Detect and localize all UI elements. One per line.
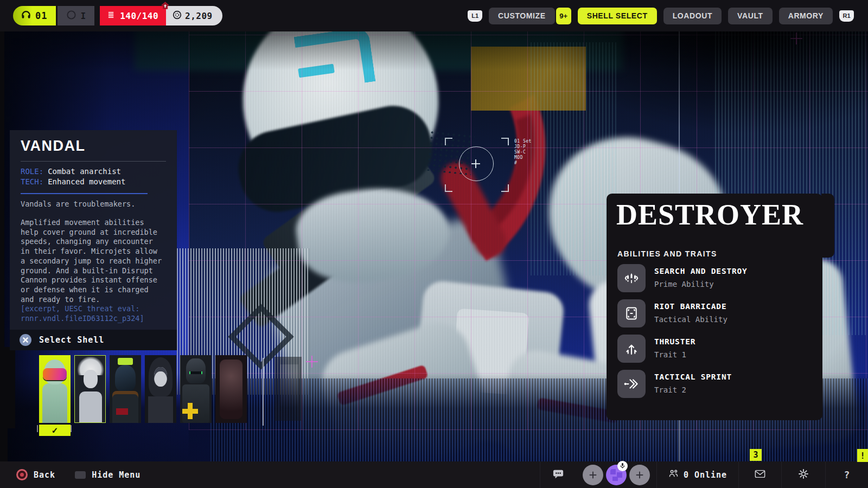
ability-row-trait2[interactable]: TACTICAL SPRINT Trait 2	[617, 370, 813, 398]
shell-portrait[interactable]	[215, 355, 247, 423]
people-icon	[668, 469, 679, 480]
shell-thumb[interactable]	[180, 355, 212, 423]
abilities-panel: DESTROYER ABILITIES AND TRAITS SEARCH AN…	[607, 194, 822, 420]
abilities-section-title: ABILITIES AND TRAITS	[617, 249, 717, 258]
online-status[interactable]: 0 Online	[657, 461, 738, 488]
status-badges: 01 I 140/140 2,209	[13, 6, 222, 25]
chat-icon	[552, 468, 564, 481]
shell-portrait[interactable]	[275, 357, 302, 421]
ability-row-tactical[interactable]: RIOT BARRICADE Tactical Ability	[617, 299, 813, 328]
circle-icon	[66, 10, 76, 22]
mail-icon	[755, 470, 765, 480]
frame-corner	[0, 423, 8, 464]
bottom-bar: Back Hide Menu	[0, 461, 868, 488]
shell-thumb-hovered[interactable]	[74, 355, 106, 423]
r1-shoulder-button-icon: R1	[839, 10, 854, 22]
chat-button[interactable]	[540, 461, 576, 488]
shell-portrait[interactable]	[74, 355, 106, 423]
frame-corner	[0, 347, 15, 428]
shelter-icon	[161, 1, 170, 12]
alert-badge[interactable]: !	[857, 449, 868, 462]
player-number: 01	[35, 10, 47, 21]
shell-tagline: Vandals are troublemakers.	[21, 200, 135, 208]
currency-value: 2,209	[185, 11, 213, 21]
shell-thumb-selected[interactable]: ✓	[39, 355, 71, 436]
customize-tab-group: CUSTOMIZE 9+	[489, 8, 571, 24]
customize-count-badge: 9+	[556, 8, 571, 24]
role-value: Combat anarchist	[48, 167, 121, 176]
shell-tech: TECH:Enhanced movement	[21, 177, 125, 186]
mail-button[interactable]: 3	[739, 461, 781, 488]
shell-name: VANDAL	[21, 138, 86, 155]
shell-thumbnail-row: ✓	[39, 355, 310, 436]
search-and-destroy-icon	[617, 264, 646, 292]
thumb-tick	[37, 425, 38, 432]
touchpad-icon	[75, 471, 86, 479]
ability-row-trait1[interactable]: THRUSTER Trait 1	[617, 335, 813, 363]
selected-check-icon: ✓	[39, 425, 71, 436]
thruster-icon	[617, 335, 646, 363]
tab-shell-select[interactable]: SHELL SELECT	[578, 8, 657, 24]
shell-description: Amplified movement abilities help cover …	[21, 218, 163, 304]
currency-badge: 2,209	[166, 6, 222, 25]
add-party-member-button[interactable]	[629, 465, 650, 485]
thumb-tick	[71, 425, 72, 432]
coin-icon	[173, 10, 182, 22]
tab-loadout[interactable]: LOADOUT	[663, 8, 722, 24]
shell-thumb[interactable]	[145, 355, 176, 423]
settings-button[interactable]	[782, 461, 825, 488]
shell-portrait[interactable]	[110, 355, 141, 423]
slot-number: I	[80, 11, 86, 21]
thumbnail-divider	[263, 358, 264, 426]
hide-menu-toggle[interactable]: Hide Menu	[75, 470, 141, 480]
player-badge: 01	[13, 6, 56, 25]
mic-icon	[617, 461, 628, 471]
mail-count-badge: 3	[750, 449, 762, 461]
help-icon: ?	[844, 469, 850, 480]
gear-icon	[798, 468, 809, 481]
shell-select-screen: 01 I 140/140 2,209	[0, 0, 868, 488]
tab-vault[interactable]: VAULT	[728, 8, 773, 24]
online-count: 0 Online	[684, 470, 727, 480]
main-menu: L1 CUSTOMIZE 9+ SHELL SELECT LOADOUT VAU…	[468, 8, 854, 24]
shell-portrait[interactable]	[145, 355, 176, 423]
shell-portrait[interactable]	[180, 355, 212, 423]
circle-button-icon	[16, 469, 28, 480]
shell-thumb[interactable]	[110, 355, 141, 423]
tab-customize[interactable]: CUSTOMIZE	[489, 8, 555, 24]
shell-role: ROLE:Combat anarchist	[21, 167, 121, 176]
select-shell-label: Select Shell	[39, 335, 104, 345]
role-label: ROLE:	[21, 167, 43, 176]
capacity-badge: 140/140	[100, 6, 166, 25]
tech-value: Enhanced movement	[48, 177, 125, 186]
abilities-panel-tab	[821, 194, 834, 258]
headset-icon	[21, 9, 31, 22]
l1-shoulder-button-icon: L1	[468, 10, 482, 22]
divider-accent	[21, 193, 148, 194]
player-avatar[interactable]	[606, 465, 627, 485]
add-party-member-button[interactable]	[583, 465, 603, 485]
tactical-sprint-icon	[617, 370, 646, 398]
shell-thumb-locked[interactable]	[275, 357, 306, 421]
back-button[interactable]: Back	[16, 469, 55, 480]
cross-button-icon	[20, 334, 31, 346]
shell-excerpt: [excerpt, UESC threat eval: rnnr.vndl.fi…	[21, 304, 163, 323]
back-label: Back	[34, 470, 55, 480]
shell-portrait[interactable]	[39, 355, 71, 423]
riot-barricade-icon	[617, 299, 646, 328]
help-button[interactable]: ?	[826, 461, 868, 488]
shell-info-panel: VANDAL ROLE:Combat anarchist TECH:Enhanc…	[10, 130, 177, 350]
tab-armory[interactable]: ARMORY	[779, 8, 833, 24]
divider	[21, 161, 166, 162]
tech-label: TECH:	[21, 177, 43, 186]
top-bar: 01 I 140/140 2,209	[0, 0, 868, 31]
ability-row-prime[interactable]: SEARCH AND DESTROY Prime Ability	[617, 264, 813, 292]
party-slots	[576, 461, 656, 488]
capacity-value: 140/140	[120, 11, 158, 21]
hide-menu-label: Hide Menu	[92, 470, 141, 480]
select-shell-action[interactable]: Select Shell	[10, 330, 177, 350]
slot-badge: I	[58, 6, 94, 25]
shell-title-destroyer: DESTROYER	[616, 198, 803, 232]
shell-thumb-dimmed[interactable]	[215, 355, 247, 423]
stack-icon	[107, 11, 116, 21]
